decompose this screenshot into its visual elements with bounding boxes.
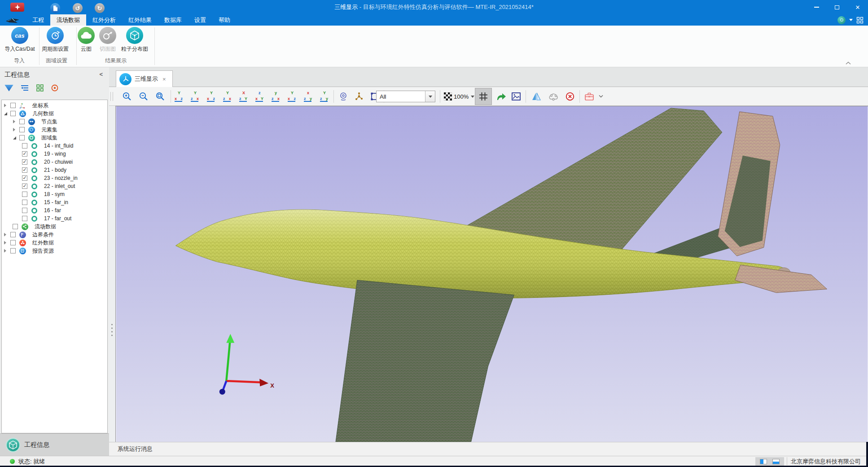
expander-icon[interactable]: [4, 104, 10, 107]
toolbar-grip[interactable]: [110, 92, 113, 101]
tree-item-inlet-out[interactable]: 22 - inlet_out: [2, 182, 107, 190]
tab-close-icon[interactable]: ×: [162, 76, 166, 83]
toolbox-dropdown-button[interactable]: [596, 87, 605, 105]
checkbox[interactable]: [10, 248, 16, 253]
view-left-button[interactable]: Yxz: [205, 87, 217, 105]
combo-dropdown-button[interactable]: [425, 91, 435, 102]
expander-icon[interactable]: [4, 241, 10, 244]
expander-icon[interactable]: [4, 112, 10, 115]
tree-item-body[interactable]: 21 - body: [2, 166, 107, 174]
view-iso3-button[interactable]: xzy: [302, 87, 314, 105]
zoom-in-button[interactable]: [121, 87, 133, 105]
checkbox[interactable]: [19, 127, 25, 132]
checkbox[interactable]: [22, 183, 27, 189]
zoom-level-button[interactable]: 100%: [454, 91, 474, 102]
tree-item-node-set[interactable]: 节点集: [2, 118, 107, 126]
apps-grid-button[interactable]: [856, 17, 864, 24]
screenshot-button[interactable]: [510, 87, 522, 105]
tree-item-face-set[interactable]: 面域集: [2, 134, 107, 142]
periodic-face-settings-button[interactable]: 周期面设置: [38, 27, 72, 53]
checkbox[interactable]: [22, 216, 27, 221]
perspective-camera-button[interactable]: [337, 87, 350, 105]
tree-item-wing[interactable]: 19 - wing: [2, 150, 107, 158]
checkbox[interactable]: [13, 224, 18, 229]
grid-toggle-button[interactable]: [475, 88, 492, 105]
checkbox[interactable]: [19, 119, 25, 124]
layout-split-vertical-icon[interactable]: [760, 459, 767, 464]
checkbox[interactable]: [10, 240, 16, 245]
grid-view-button[interactable]: [36, 84, 44, 92]
tree-item-sym[interactable]: 18 - sym: [2, 190, 107, 198]
view-right-button[interactable]: Yzx: [221, 87, 233, 105]
menu-item-help[interactable]: 帮助: [212, 14, 237, 26]
tree-item-element-set[interactable]: 元素集: [2, 126, 107, 134]
particle-distribution-button[interactable]: 粒子分布图: [117, 27, 152, 53]
render-nodes-button[interactable]: [353, 87, 365, 105]
dropdown-caret-icon[interactable]: [849, 19, 853, 21]
menu-item-settings[interactable]: 设置: [188, 14, 212, 26]
tree-item-nozzle-in[interactable]: 23 - nozzle_in: [2, 174, 107, 182]
transparency-button[interactable]: [443, 87, 453, 105]
display-filter-select[interactable]: All: [376, 91, 435, 102]
export-share-button[interactable]: [495, 87, 508, 105]
toolbox-button[interactable]: [583, 87, 596, 105]
target-button[interactable]: [51, 84, 59, 92]
panel-collapse-button[interactable]: <: [99, 71, 103, 78]
tree-item-report-resources[interactable]: 报告资源: [2, 247, 107, 255]
minimize-button[interactable]: [806, 0, 827, 14]
filter-button[interactable]: [4, 85, 13, 92]
menu-item-database[interactable]: 数据库: [158, 14, 188, 26]
view-iso1-button[interactable]: yzx: [270, 87, 281, 105]
tree-item-flow-data[interactable]: 流场数据: [2, 223, 107, 231]
tree-item-far-out[interactable]: 17 - far_out: [2, 214, 107, 223]
checkbox[interactable]: [22, 151, 27, 157]
smooth-surface-button[interactable]: [547, 87, 560, 105]
tree-item-boundary-conditions[interactable]: 边界条件: [2, 231, 107, 239]
view-back-button[interactable]: Yzx: [189, 87, 201, 105]
tree-item-int-fluid[interactable]: 14 - int_fluid: [2, 142, 107, 150]
menu-item-engineering[interactable]: 工程: [26, 14, 50, 26]
checkbox[interactable]: [19, 135, 25, 140]
checkbox[interactable]: [22, 159, 27, 165]
expander-icon[interactable]: [4, 233, 10, 236]
zoom-fit-button[interactable]: [154, 87, 166, 105]
expander-icon[interactable]: [4, 249, 10, 253]
tree-item-chuiwei[interactable]: 20 - chuiwei: [2, 158, 107, 166]
view-top-button[interactable]: XzY: [237, 87, 249, 105]
outline-list-button[interactable]: [20, 84, 29, 92]
checkbox[interactable]: [22, 200, 27, 205]
ribbon-collapse-button[interactable]: [846, 59, 853, 64]
viewport-3d[interactable]: X: [115, 106, 868, 442]
tree-item-geometry-data[interactable]: 几何数据: [2, 109, 107, 118]
expander-icon[interactable]: [13, 128, 19, 131]
maximize-button[interactable]: [827, 0, 847, 14]
panel-bottom-tab[interactable]: 工程信息: [0, 433, 109, 456]
menu-item-flowfield-data[interactable]: 流场数据: [50, 14, 86, 26]
close-button[interactable]: ✕: [847, 0, 868, 14]
tree-item-infrared-data[interactable]: 红外数据: [2, 239, 107, 247]
expander-icon[interactable]: [13, 120, 19, 123]
checkbox[interactable]: [22, 175, 27, 181]
expander-icon[interactable]: [13, 136, 19, 140]
checkbox[interactable]: [22, 208, 27, 213]
tab-3d-display[interactable]: 三维显示 ×: [116, 70, 173, 87]
checkbox[interactable]: [10, 111, 16, 116]
clear-results-button[interactable]: [564, 87, 576, 105]
tree-item-far[interactable]: 16 - far: [2, 206, 107, 214]
menu-item-infrared-results[interactable]: 红外结果: [122, 14, 158, 26]
zoom-out-button[interactable]: [138, 87, 149, 105]
view-iso2-button[interactable]: Yxz: [286, 87, 298, 105]
import-cas-dat-button[interactable]: cas 导入Cas/Dat: [2, 27, 37, 53]
view-bottom-button[interactable]: zxY: [254, 87, 265, 105]
layout-split-horizontal-icon[interactable]: [772, 459, 780, 464]
checkbox[interactable]: [22, 192, 27, 197]
view-iso4-button[interactable]: Yzy: [318, 87, 330, 105]
account-button[interactable]: [837, 16, 846, 24]
checkbox[interactable]: [10, 103, 16, 108]
tree-item-coordinate-system[interactable]: Yzx 坐标系: [2, 101, 107, 109]
panel-splitter[interactable]: [109, 106, 115, 442]
checkbox[interactable]: [10, 232, 16, 237]
mirror-button[interactable]: [530, 87, 543, 105]
view-front-button[interactable]: Yxz: [173, 87, 184, 105]
checkbox[interactable]: [22, 143, 27, 148]
